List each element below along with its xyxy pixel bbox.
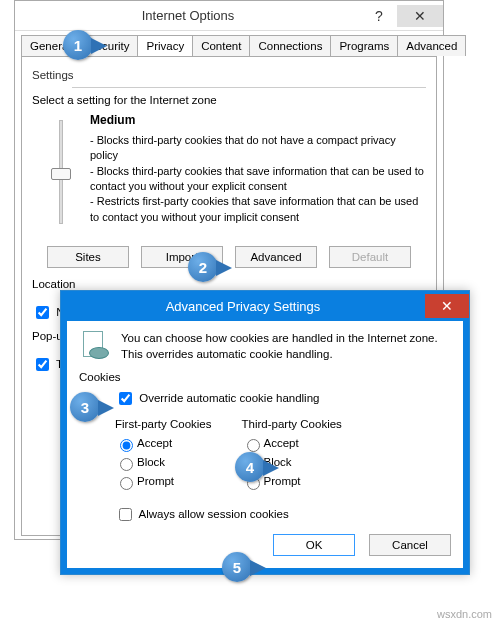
first-party-accept-label: Accept — [137, 437, 172, 449]
info-text: You can choose how cookies are handled i… — [121, 331, 438, 363]
info-line-2: This overrides automatic cookie handling… — [121, 347, 438, 363]
first-party-label: First-party Cookies — [115, 418, 212, 430]
dialog-close-button[interactable]: ✕ — [425, 294, 469, 318]
session-cookies-checkbox[interactable] — [119, 508, 132, 521]
cookies-group: Cookies Override automatic cookie handli… — [79, 371, 451, 524]
session-row: Always allow session cookies — [115, 505, 451, 524]
tab-privacy[interactable]: Privacy — [137, 35, 193, 56]
settings-group-label: Settings — [32, 69, 426, 81]
callout-2: 2 — [188, 252, 218, 282]
cancel-button[interactable]: Cancel — [369, 534, 451, 556]
override-checkbox[interactable] — [119, 392, 132, 405]
first-party-block-radio[interactable] — [120, 458, 133, 471]
privacy-level-description: Medium - Blocks third-party cookies that… — [90, 112, 426, 232]
watermark: wsxdn.com — [437, 608, 492, 620]
privacy-level-name: Medium — [90, 112, 426, 129]
override-label: Override automatic cookie handling — [139, 392, 319, 404]
info-line-1: You can choose how cookies are handled i… — [121, 331, 438, 347]
dialog-button-row: OK Cancel — [79, 534, 451, 556]
dialog-body: You can choose how cookies are handled i… — [61, 321, 469, 574]
session-cookies-label: Always allow session cookies — [139, 508, 289, 520]
cookie-columns: First-party Cookies Accept Block Prompt … — [115, 418, 451, 493]
third-party-accept-radio[interactable] — [247, 439, 260, 452]
cookies-label: Cookies — [79, 371, 451, 383]
privacy-slider-area: Medium - Blocks third-party cookies that… — [32, 112, 426, 232]
sites-button[interactable]: Sites — [47, 246, 129, 268]
bullet-2: - Blocks third-party cookies that save i… — [90, 164, 426, 195]
advanced-button[interactable]: Advanced — [235, 246, 317, 268]
third-party-accept-label: Accept — [264, 437, 299, 449]
titlebar: Internet Options ? ✕ — [15, 1, 443, 31]
first-party-prompt-label: Prompt — [137, 475, 174, 487]
slider-thumb[interactable] — [51, 168, 71, 180]
first-party-column: First-party Cookies Accept Block Prompt — [115, 418, 212, 493]
turn-on-popup-checkbox[interactable] — [36, 358, 49, 371]
dialog-title: Advanced Privacy Settings — [61, 299, 425, 314]
never-allow-location-checkbox[interactable] — [36, 306, 49, 319]
info-row: You can choose how cookies are handled i… — [79, 331, 451, 363]
location-group-label: Location — [32, 278, 426, 290]
tab-advanced[interactable]: Advanced — [397, 35, 466, 56]
window-title: Internet Options — [15, 8, 361, 23]
tab-connections[interactable]: Connections — [249, 35, 331, 56]
zone-text: Select a setting for the Internet zone — [32, 94, 426, 106]
tab-content[interactable]: Content — [192, 35, 250, 56]
privacy-slider[interactable] — [46, 112, 76, 232]
privacy-icon — [79, 331, 111, 363]
bullet-3: - Restricts first-party cookies that sav… — [90, 194, 426, 225]
help-button[interactable]: ? — [361, 5, 397, 27]
default-button[interactable]: Default — [329, 246, 411, 268]
callout-1: 1 — [63, 30, 93, 60]
ok-button[interactable]: OK — [273, 534, 355, 556]
advanced-privacy-dialog: Advanced Privacy Settings ✕ You can choo… — [60, 290, 470, 575]
first-party-prompt-radio[interactable] — [120, 477, 133, 490]
third-party-label: Third-party Cookies — [242, 418, 342, 430]
first-party-block-label: Block — [137, 456, 165, 468]
callout-3: 3 — [70, 392, 100, 422]
third-party-prompt-label: Prompt — [264, 475, 301, 487]
override-row: Override automatic cookie handling — [115, 389, 451, 408]
dialog-titlebar: Advanced Privacy Settings ✕ — [61, 291, 469, 321]
callout-5: 5 — [222, 552, 252, 582]
callout-4: 4 — [235, 452, 265, 482]
bullet-1: - Blocks third-party cookies that do not… — [90, 133, 426, 164]
close-button[interactable]: ✕ — [397, 5, 443, 27]
first-party-accept-radio[interactable] — [120, 439, 133, 452]
tab-programs[interactable]: Programs — [330, 35, 398, 56]
divider — [72, 87, 426, 88]
